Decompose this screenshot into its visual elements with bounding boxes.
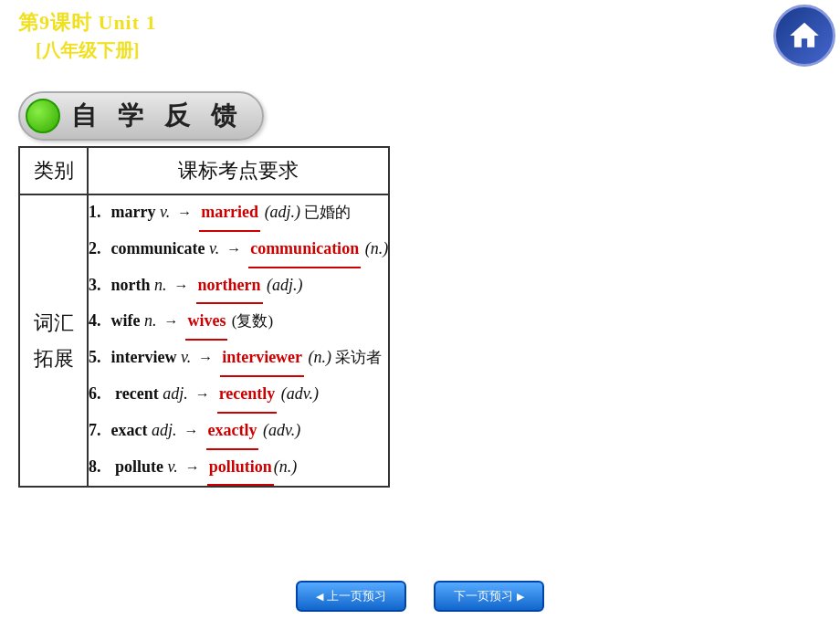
home-icon: [787, 18, 822, 53]
col-content-header: 课标考点要求: [88, 147, 389, 194]
answer-wives: wives: [185, 304, 227, 341]
next-button[interactable]: 下一页预习 ▶: [434, 581, 544, 612]
answer-married: married: [199, 195, 260, 232]
home-button[interactable]: [773, 5, 835, 67]
list-item: 6. recent adj. → recently (adv.): [89, 377, 388, 414]
category-cell: 词汇拓展: [19, 194, 88, 487]
answer-interviewer: interviewer: [220, 341, 304, 377]
items-cell: 1. marry v. → married (adj.) 已婚的 2. comm…: [88, 194, 389, 487]
next-label: 下一页预习: [454, 588, 513, 604]
col-category-header: 类别: [19, 147, 88, 194]
list-item: 8. pollute v. → pollution (n.): [89, 450, 388, 487]
list-item: 4. wife n. → wives (复数): [89, 304, 388, 341]
list-item: 2. communicate v. → communication (n.): [89, 232, 388, 268]
list-item: 5. interview v. → interviewer (n.) 采访者: [89, 341, 388, 377]
list-item: 3. north n. → northern (adj.): [89, 268, 388, 305]
bottom-navigation: ◀ 上一页预习 下一页预习 ▶: [296, 581, 544, 612]
answer-communication: communication: [248, 232, 361, 268]
prev-button[interactable]: ◀ 上一页预习: [296, 581, 406, 612]
main-table: 类别 课标考点要求 词汇拓展 1. marry v. → married (ad…: [18, 146, 390, 488]
answer-recently: recently: [217, 377, 278, 414]
banner-dot: [26, 99, 60, 133]
header-line2: [八年级下册]: [18, 38, 157, 63]
list-item: 7. exact adj. → exactly (adv.): [89, 414, 388, 450]
prev-label: 上一页预习: [327, 588, 386, 604]
header-line1: 第9课时 Unit 1: [18, 9, 157, 37]
answer-pollution: pollution: [207, 450, 274, 487]
self-study-banner: 自 学 反 馈: [18, 91, 264, 141]
list-item: 1. marry v. → married (adj.) 已婚的: [89, 195, 388, 232]
banner-text: 自 学 反 馈: [71, 99, 244, 133]
header: 第9课时 Unit 1 [八年级下册]: [18, 9, 157, 63]
answer-exactly: exactly: [206, 414, 259, 450]
answer-northern: northern: [196, 268, 263, 305]
